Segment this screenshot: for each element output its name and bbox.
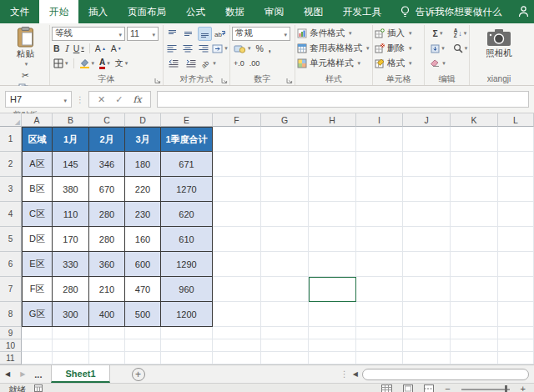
- decrease-decimal-button[interactable]: .00: [248, 57, 262, 70]
- cell-A9[interactable]: [22, 327, 53, 339]
- cell-C5[interactable]: 280: [89, 227, 125, 252]
- cell-J4[interactable]: [403, 202, 451, 227]
- cell-D1[interactable]: 3月: [125, 127, 161, 152]
- cell-A1[interactable]: 区域: [22, 127, 53, 152]
- cell-J3[interactable]: [403, 177, 451, 202]
- cell-H5[interactable]: [309, 227, 356, 252]
- cell-A2[interactable]: A区: [22, 152, 53, 177]
- cell-K3[interactable]: [451, 177, 498, 202]
- cell-B1[interactable]: 1月: [53, 127, 89, 152]
- conditional-formatting-button[interactable]: 条件格式: [297, 26, 370, 41]
- cell-D5[interactable]: 160: [125, 227, 161, 252]
- cell-G8[interactable]: [261, 302, 309, 327]
- cell-G11[interactable]: [261, 352, 309, 364]
- cell-F6[interactable]: [213, 252, 261, 277]
- cell-B10[interactable]: [53, 339, 89, 352]
- cell-K5[interactable]: [451, 227, 498, 252]
- cell-E4[interactable]: 620: [161, 202, 213, 227]
- decrease-indent-button[interactable]: [165, 57, 181, 71]
- cell-H1[interactable]: [309, 127, 356, 152]
- cell-F1[interactable]: [213, 127, 261, 152]
- cell-A5[interactable]: D区: [22, 227, 53, 252]
- number-dialog-launcher-icon[interactable]: [286, 78, 293, 84]
- cell-E9[interactable]: [161, 327, 213, 339]
- tab-scroll-splitter[interactable]: ⋮: [340, 365, 349, 383]
- fill-color-button[interactable]: [78, 57, 97, 70]
- cell-B11[interactable]: [53, 352, 89, 364]
- cell-L3[interactable]: [498, 177, 534, 202]
- tab-developer[interactable]: 开发工具: [333, 0, 391, 23]
- cell-I6[interactable]: [356, 252, 403, 277]
- sort-filter-button[interactable]: AZ↓: [449, 27, 471, 40]
- cell-K9[interactable]: [451, 327, 498, 339]
- font-color-button[interactable]: A: [98, 57, 112, 70]
- cell-C4[interactable]: 280: [89, 202, 125, 227]
- select-all-corner[interactable]: ◢: [0, 113, 22, 127]
- insert-function-button[interactable]: fx: [133, 94, 141, 105]
- cell-H3[interactable]: [309, 177, 356, 202]
- cell-K10[interactable]: [451, 339, 498, 352]
- row-header-8[interactable]: 8: [0, 302, 22, 327]
- orientation-button[interactable]: ab: [200, 57, 216, 71]
- tab-insert[interactable]: 插入: [78, 0, 118, 23]
- cell-C6[interactable]: 360: [89, 252, 125, 277]
- name-box-splitter[interactable]: ⋮: [76, 95, 84, 104]
- cell-F3[interactable]: [213, 177, 261, 202]
- cell-J9[interactable]: [403, 327, 451, 339]
- cell-D9[interactable]: [125, 327, 161, 339]
- percent-style-button[interactable]: %: [254, 42, 265, 55]
- new-sheet-button[interactable]: +: [132, 368, 145, 381]
- increase-indent-button[interactable]: [183, 57, 199, 71]
- cell-H9[interactable]: [309, 327, 356, 339]
- sheet-tab-sheet1[interactable]: Sheet1: [51, 365, 109, 383]
- underline-button[interactable]: U: [72, 42, 86, 55]
- cell-C9[interactable]: [89, 327, 125, 339]
- col-header-E[interactable]: E: [161, 113, 213, 127]
- cell-H11[interactable]: [309, 352, 356, 364]
- format-cells-button[interactable]: 格式: [375, 56, 422, 71]
- next-sheet-button[interactable]: ▶: [15, 365, 30, 383]
- cell-A3[interactable]: B区: [22, 177, 53, 202]
- cell-K6[interactable]: [451, 252, 498, 277]
- cell-F7[interactable]: [213, 277, 261, 302]
- number-format-select[interactable]: 常规: [232, 27, 290, 41]
- cell-B2[interactable]: 145: [53, 152, 89, 177]
- cell-D8[interactable]: 500: [125, 302, 161, 327]
- cell-B4[interactable]: 110: [53, 202, 89, 227]
- camera-button[interactable]: 照相机: [483, 28, 515, 60]
- col-header-F[interactable]: F: [213, 113, 261, 127]
- cell-A8[interactable]: G区: [22, 302, 53, 327]
- cell-K11[interactable]: [451, 352, 498, 364]
- tab-home[interactable]: 开始: [39, 0, 78, 23]
- col-header-K[interactable]: K: [451, 113, 498, 127]
- row-header-10[interactable]: 10: [0, 339, 22, 352]
- cell-H10[interactable]: [309, 339, 356, 352]
- align-middle-button[interactable]: [181, 27, 195, 41]
- increase-decimal-button[interactable]: +.0: [232, 57, 246, 70]
- col-header-C[interactable]: C: [89, 113, 125, 127]
- tab-data[interactable]: 数据: [215, 0, 254, 23]
- cut-button[interactable]: ✂: [3, 68, 48, 82]
- font-dialog-launcher-icon[interactable]: [154, 78, 161, 84]
- delete-cells-button[interactable]: 删除: [375, 41, 422, 56]
- merge-center-button[interactable]: [212, 42, 228, 56]
- cell-H7[interactable]: [309, 277, 356, 302]
- cell-D4[interactable]: 230: [125, 202, 161, 227]
- cell-B5[interactable]: 170: [53, 227, 89, 252]
- cell-E6[interactable]: 1290: [161, 252, 213, 277]
- cell-C3[interactable]: 670: [89, 177, 125, 202]
- cell-H8[interactable]: [309, 302, 356, 327]
- cell-K2[interactable]: [451, 152, 498, 177]
- cell-K1[interactable]: [451, 127, 498, 152]
- cell-G6[interactable]: [261, 252, 309, 277]
- paste-button[interactable]: 粘贴: [3, 26, 48, 68]
- cell-J1[interactable]: [403, 127, 451, 152]
- cell-L2[interactable]: [498, 152, 534, 177]
- cell-styles-button[interactable]: 单元格样式: [297, 56, 370, 71]
- cell-H2[interactable]: [309, 152, 356, 177]
- row-header-4[interactable]: 4: [0, 202, 22, 227]
- formula-input[interactable]: [157, 91, 529, 108]
- increase-font-size-button[interactable]: A: [93, 42, 108, 55]
- cell-E8[interactable]: 1200: [161, 302, 213, 327]
- cell-F5[interactable]: [213, 227, 261, 252]
